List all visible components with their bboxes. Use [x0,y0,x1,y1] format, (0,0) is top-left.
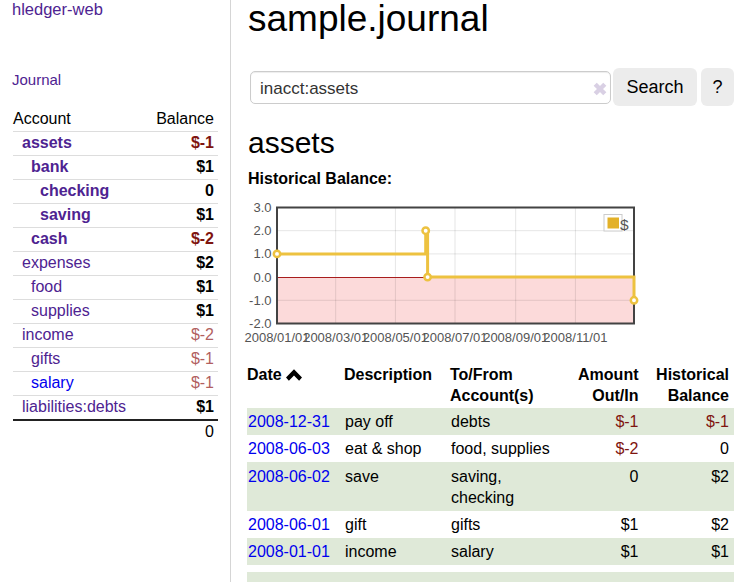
svg-text:2008/07/01: 2008/07/01 [422,330,487,345]
svg-text:2008/09/01: 2008/09/01 [483,330,548,345]
svg-text:2008/01/01: 2008/01/01 [244,330,309,345]
svg-text:-1.0: -1.0 [249,293,271,308]
svg-text:1.0: 1.0 [253,246,271,261]
svg-text:2008/03/01: 2008/03/01 [303,330,368,345]
svg-text:2008/11/01: 2008/11/01 [543,330,607,345]
svg-text:$: $ [620,216,629,233]
svg-text:0.0: 0.0 [253,270,271,285]
svg-text:3.0: 3.0 [253,200,271,215]
svg-text:2008/05/01: 2008/05/01 [363,330,428,345]
svg-text:2.0: 2.0 [253,223,271,238]
svg-text:-2.0: -2.0 [249,316,271,331]
